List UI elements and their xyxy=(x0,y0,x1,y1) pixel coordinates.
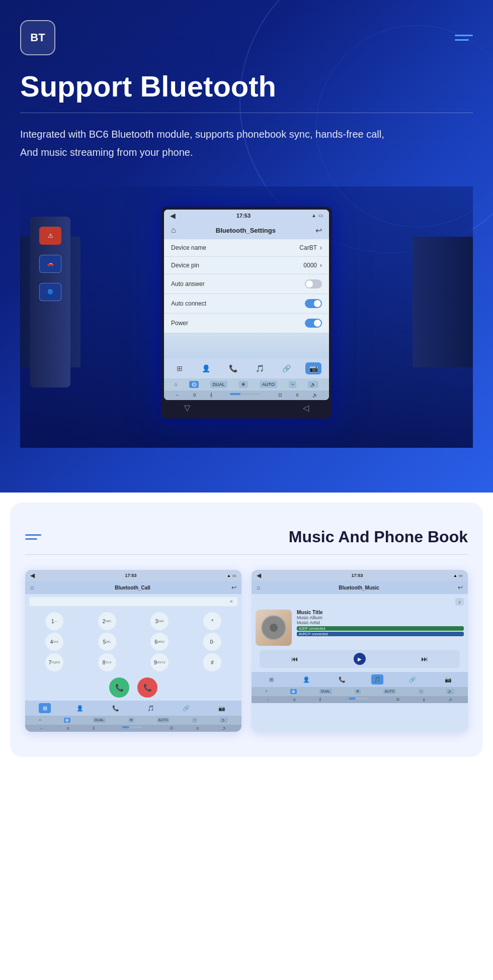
call-nav-camera-icon[interactable]: 📷 xyxy=(216,703,228,713)
nav-link-icon[interactable]: 🔗 xyxy=(279,362,295,374)
call-nav-link-icon[interactable]: 🔗 xyxy=(180,703,192,713)
home-icon[interactable]: ⌂ xyxy=(171,226,176,235)
nav-grid-icon[interactable]: ⊞ xyxy=(172,362,188,374)
seat-icon[interactable]: ⊡ xyxy=(278,393,282,398)
dial-key-star[interactable]: * xyxy=(203,612,221,630)
device-pin-row: Device pin 0000 › xyxy=(164,257,329,274)
dial-key-6[interactable]: 6MNO xyxy=(150,633,169,651)
call-answer-button[interactable]: 📞 xyxy=(109,677,129,698)
volume-up-icon[interactable]: 🔊 xyxy=(308,381,318,388)
dial-key-4[interactable]: 4GHI xyxy=(45,633,63,651)
nav-music-icon[interactable]: 🎵 xyxy=(252,362,268,374)
section2-hamburger[interactable] xyxy=(25,534,41,540)
fan-ctrl-icon[interactable]: ~ xyxy=(289,381,296,388)
music-seat-icon[interactable]: ⊡ xyxy=(396,698,399,702)
auto-answer-label: Auto answer xyxy=(171,280,205,287)
dial-key-7[interactable]: 7PQRS xyxy=(45,653,63,671)
dial-key-0[interactable]: 0+ xyxy=(203,633,221,651)
call-fan-icon[interactable]: 𝄞 xyxy=(93,726,95,730)
next-track-button[interactable]: ⏭ xyxy=(421,655,428,663)
call-nav-grid-icon[interactable]: ⊞ xyxy=(39,703,51,713)
triangle-down-button[interactable]: ▽ xyxy=(184,403,190,413)
track-artist: Music Artist xyxy=(297,620,464,625)
music-fan-icon[interactable]: 𝄞 xyxy=(319,698,321,702)
call-nav-person-icon[interactable]: 👤 xyxy=(74,703,86,713)
music-home-icon[interactable]: ⌂ xyxy=(257,584,260,591)
volume-ctrl-icon[interactable]: 🔉 xyxy=(312,393,318,398)
music-note-icon[interactable]: ♪ xyxy=(455,598,464,606)
snowflake-ctrl-icon[interactable]: ❄ xyxy=(239,381,248,388)
call-controls-bar: ⌂ ⏻ DUAL ❄ AUTO ~ 🔊 xyxy=(25,716,241,725)
call-back-arrow[interactable]: ◀ xyxy=(30,572,35,579)
call-seat-icon[interactable]: ⊡ xyxy=(170,726,173,730)
triangle-left-button[interactable]: ◁ xyxy=(303,403,309,413)
dial-key-3[interactable]: 3DEF xyxy=(150,612,169,630)
fan-icon-left[interactable]: 𝄞 xyxy=(210,393,212,398)
hamburger-menu-button[interactable] xyxy=(455,35,473,41)
music-back-ctrl[interactable]: ← xyxy=(266,698,270,702)
nav-phone-icon[interactable]: 📞 xyxy=(225,362,241,374)
music-header: ⌂ Bluetooth_Music ↩ xyxy=(252,581,468,594)
call-back-ctrl[interactable]: ← xyxy=(40,727,43,730)
call-power-ctrl[interactable]: ⏻ xyxy=(64,718,70,723)
call-fan-ctrl[interactable]: ~ xyxy=(192,718,197,723)
dial-search-bar[interactable]: ✕ xyxy=(29,597,237,606)
music-phonebook-section: Music And Phone Book ◀ 17:53 ▲ ▭ ⌂ Bluet… xyxy=(10,503,483,757)
music-nav-person-icon[interactable]: 👤 xyxy=(300,674,312,684)
music-nav-phone-icon[interactable]: 📞 xyxy=(336,674,348,684)
call-vol-icon[interactable]: 🔉 xyxy=(222,726,227,730)
call-screen: ◀ 17:53 ▲ ▭ ⌂ Bluetooth_Call ↩ ✕ 1— 2ABC… xyxy=(25,570,241,732)
back-arrow-ctrl[interactable]: ← xyxy=(175,393,180,398)
call-snowflake-ctrl[interactable]: ❄ xyxy=(128,718,134,723)
screen-back-arrow[interactable]: ◀ xyxy=(170,212,176,220)
music-back-arrow[interactable]: ◀ xyxy=(257,572,261,579)
music-time: 17:53 xyxy=(352,573,363,578)
device-name-label: Device name xyxy=(171,244,206,251)
music-vol-ctrl[interactable]: 🔊 xyxy=(446,689,454,694)
call-hangup-button[interactable]: 📞 xyxy=(137,677,157,698)
screen-status-bar: ◀ 17:53 ▲ ▭ xyxy=(164,210,329,222)
music-nav-link-icon[interactable]: 🔗 xyxy=(406,674,419,684)
music-vol-icon[interactable]: 🔉 xyxy=(449,698,453,702)
auto-answer-toggle[interactable] xyxy=(305,279,322,288)
call-back-button[interactable]: ↩ xyxy=(231,584,236,591)
music-power-ctrl[interactable]: ⏻ xyxy=(290,689,297,694)
music-fan-ctrl[interactable]: ~ xyxy=(419,689,424,694)
dial-key-2[interactable]: 2ABC xyxy=(98,612,116,630)
chevron-right-icon-2: › xyxy=(320,262,322,269)
screen-nav-triangles: ▽ ◁ xyxy=(164,400,329,416)
screen-time: 17:53 xyxy=(236,213,251,219)
home-ctrl-icon[interactable]: ⌂ xyxy=(175,381,178,387)
dial-key-hash[interactable]: # xyxy=(203,653,221,671)
dial-clear-icon[interactable]: ✕ xyxy=(229,599,233,604)
nav-person-icon[interactable]: 👤 xyxy=(198,362,214,374)
power-ctrl-button[interactable]: ⏻ xyxy=(189,381,199,388)
device-name-value[interactable]: CarBT › xyxy=(299,244,322,251)
call-home-ctrl[interactable]: ⌂ xyxy=(39,718,41,723)
dial-key-1[interactable]: 1— xyxy=(45,612,63,630)
dial-key-9[interactable]: 9WXYZ xyxy=(150,653,169,671)
call-home-icon[interactable]: ⌂ xyxy=(30,584,34,591)
music-nav-camera-icon[interactable]: 📷 xyxy=(442,674,454,684)
nav-camera-icon[interactable]: 📷 xyxy=(305,362,321,374)
power-toggle-knob xyxy=(314,320,321,327)
prev-track-button[interactable]: ⏮ xyxy=(291,655,298,663)
dial-key-8[interactable]: 8TUV xyxy=(98,653,116,671)
power-toggle[interactable] xyxy=(305,319,322,328)
call-vol-ctrl[interactable]: 🔊 xyxy=(220,718,227,723)
call-nav-music-icon[interactable]: 🎵 xyxy=(145,703,157,713)
bt-settings-back-button[interactable]: ↩ xyxy=(315,226,322,235)
call-nav-phone-icon[interactable]: 📞 xyxy=(110,703,122,713)
play-button[interactable]: ▶ xyxy=(354,653,366,665)
music-nav-grid-icon[interactable]: ⊞ xyxy=(265,674,277,684)
music-back-button[interactable]: ↩ xyxy=(458,584,463,591)
car-background: ⚠ 🚗 🔵 ◀ 17:53 xyxy=(20,186,473,448)
album-disc xyxy=(261,615,286,640)
dial-key-5[interactable]: 5JKL xyxy=(98,633,116,651)
auto-connect-toggle[interactable] xyxy=(305,299,322,308)
music-snowflake-ctrl[interactable]: ❄ xyxy=(355,689,361,694)
music-home-ctrl[interactable]: ⌂ xyxy=(266,689,268,694)
device-pin-value[interactable]: 0000 › xyxy=(303,262,322,269)
music-auto-ctrl: AUTO xyxy=(383,689,396,694)
music-nav-music-icon[interactable]: 🎵 xyxy=(371,674,383,684)
